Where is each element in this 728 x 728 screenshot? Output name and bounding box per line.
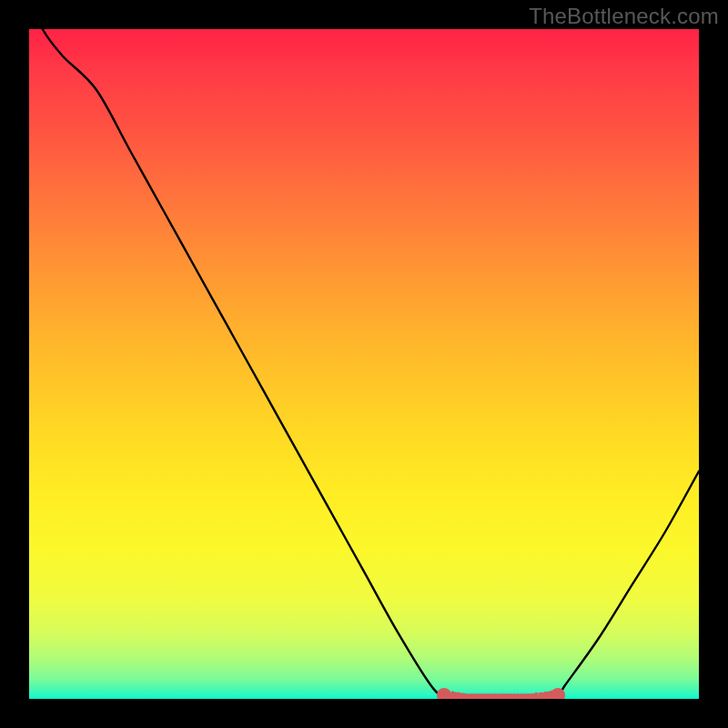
watermark-text: TheBottleneck.com <box>529 4 719 29</box>
curve-layer <box>29 29 699 699</box>
bottleneck-curve <box>29 29 699 699</box>
highlight-end-dot <box>551 688 565 699</box>
plot-area <box>29 29 699 699</box>
highlight-start-dot <box>437 688 451 699</box>
